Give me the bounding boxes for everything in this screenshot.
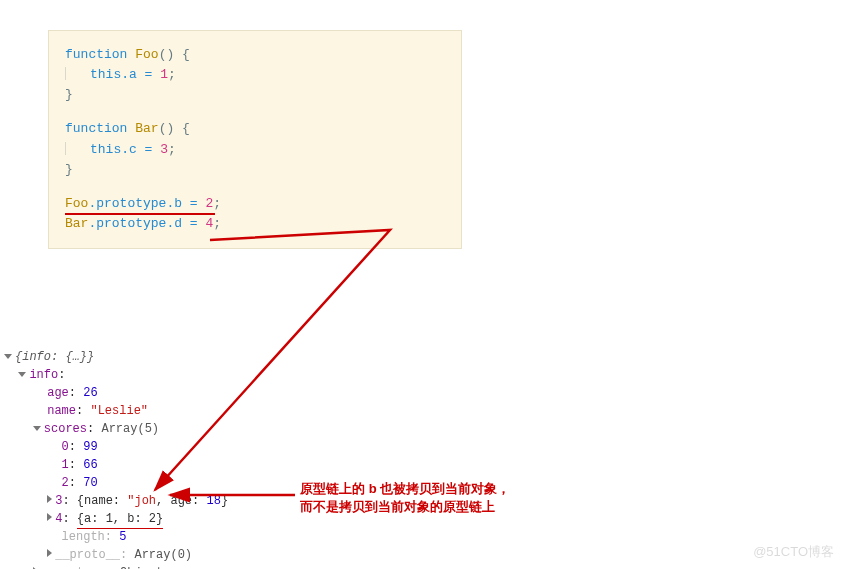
annotation-line-2: 而不是拷贝到当前对象的原型链上 <box>300 498 510 516</box>
tree-row[interactable]: 3: {name: "joh, age: 18} <box>4 492 228 510</box>
identifier-foo: Foo <box>135 47 158 62</box>
tree-row: age: 26 <box>4 384 228 402</box>
console-output: {info: {…}} info: age: 26 name: "Leslie"… <box>4 348 228 569</box>
code-line-bar-proto: Bar.prototype.d = 4; <box>65 214 445 234</box>
tree-row: 2: 70 <box>4 474 228 492</box>
indent-guide <box>65 67 66 80</box>
code-line: } <box>65 160 445 180</box>
chevron-right-icon[interactable] <box>47 549 52 557</box>
code-line-foo-proto: Foo.prototype.b = 2; <box>65 194 445 214</box>
tree-row: 1: 66 <box>4 456 228 474</box>
chevron-down-icon[interactable] <box>18 372 26 377</box>
identifier-bar: Bar <box>135 121 158 136</box>
code-line: function Foo() { <box>65 45 445 65</box>
tree-row[interactable]: __proto__: Object <box>4 564 228 569</box>
code-line: } <box>65 85 445 105</box>
code-block: function Foo() { this.a = 1; } function … <box>48 30 462 249</box>
blank-line <box>65 105 445 119</box>
tree-row: 0: 99 <box>4 438 228 456</box>
chevron-right-icon[interactable] <box>47 513 52 521</box>
red-underline <box>65 213 215 215</box>
tree-row[interactable]: scores: Array(5) <box>4 420 228 438</box>
code-line: this.c = 3; <box>65 140 445 160</box>
watermark: @51CTO博客 <box>753 543 834 561</box>
chevron-down-icon[interactable] <box>33 426 41 431</box>
tree-row[interactable]: info: <box>4 366 228 384</box>
red-underline <box>77 528 163 530</box>
tree-row-4[interactable]: 4: {a: 1, b: 2} <box>4 510 228 528</box>
annotation-line-1: 原型链上的 b 也被拷贝到当前对象， <box>300 480 510 498</box>
tree-row[interactable]: __proto__: Array(0) <box>4 546 228 564</box>
chevron-right-icon[interactable] <box>47 495 52 503</box>
keyword-function: function <box>65 47 127 62</box>
code-line: function Bar() { <box>65 119 445 139</box>
tree-row: length: 5 <box>4 528 228 546</box>
chevron-down-icon[interactable] <box>4 354 12 359</box>
value-4: {a: 1, b: 2} <box>77 510 163 528</box>
annotation-text: 原型链上的 b 也被拷贝到当前对象， 而不是拷贝到当前对象的原型链上 <box>300 480 510 515</box>
code-line: this.a = 1; <box>65 65 445 85</box>
indent-guide <box>65 142 66 155</box>
tree-row[interactable]: {info: {…}} <box>4 348 228 366</box>
blank-line <box>65 180 445 194</box>
tree-row: name: "Leslie" <box>4 402 228 420</box>
